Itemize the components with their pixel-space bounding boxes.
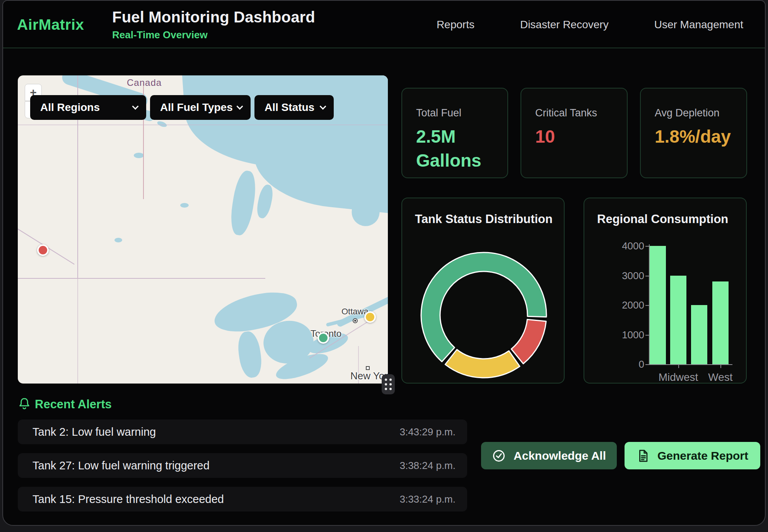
map-label-canada: Canada — [127, 77, 162, 88]
x-tick — [720, 365, 721, 368]
stat-value: 2.5M Gallons — [416, 124, 493, 172]
tank-status-card: Tank Status Distribution — [401, 198, 565, 384]
dashboard-window: AirMatrix Fuel Monitoring Dashboard Real… — [2, 0, 766, 526]
james-bay — [351, 148, 384, 227]
alert-timestamp: 3:33:24 p.m. — [399, 493, 456, 505]
small-lake-2 — [180, 203, 189, 208]
bar-region-1[interactable] — [650, 246, 666, 364]
y-tick-label: 2000 — [598, 299, 644, 311]
page-subtitle: Real-Time Overview — [112, 29, 315, 41]
generate-report-label: Generate Report — [657, 449, 748, 462]
acknowledge-all-label: Acknowledge All — [514, 449, 606, 462]
tank-status-title: Tank Status Distribution — [415, 212, 553, 226]
chevron-down-icon — [132, 103, 139, 110]
brand-logo: AirMatrix — [17, 16, 84, 33]
alert-row[interactable]: Tank 2: Low fuel warning3:43:29 p.m. — [18, 419, 467, 444]
alert-message: Tank 27: Low fuel warning triggered — [32, 459, 210, 472]
stat-card-critical-tanks: Critical Tanks10 — [521, 88, 628, 178]
bar-region-4[interactable] — [712, 281, 729, 364]
check-circle-icon — [492, 449, 506, 463]
map-canvas[interactable]: Canada Ottawa Toronto New York + − All R… — [18, 75, 388, 384]
header: AirMatrix Fuel Monitoring Dashboard Real… — [3, 1, 765, 48]
main-nav: ReportsDisaster RecoveryUser Management — [437, 1, 743, 48]
x-tick — [678, 365, 679, 368]
chevron-down-icon — [320, 103, 326, 110]
nav-item-disaster-recovery[interactable]: Disaster Recovery — [520, 19, 609, 31]
y-tick-label: 0 — [598, 358, 644, 370]
stat-card-avg-depletion: Avg Depletion1.8%/day — [640, 88, 747, 178]
y-tick — [645, 276, 649, 276]
regional-consumption-bar-chart[interactable]: 01000200030004000MidwestWest — [584, 198, 747, 384]
border-60th-parallel — [18, 124, 388, 125]
lake-manitoba — [255, 183, 275, 219]
chevron-down-icon — [237, 103, 243, 110]
stat-value: 1.8%/day — [655, 124, 732, 148]
stat-label: Total Fuel — [416, 107, 507, 119]
donut-segment-critical[interactable] — [511, 319, 546, 364]
filter-dropdown-all-fuel-types[interactable]: All Fuel Types — [150, 95, 251, 120]
donut-segment-warning[interactable] — [445, 350, 520, 378]
nav-item-user-management[interactable]: User Management — [654, 19, 743, 31]
tank-marker-critical[interactable] — [37, 244, 49, 256]
filter-dropdown-all-regions[interactable]: All Regions — [30, 95, 146, 120]
bar-region-3[interactable] — [691, 305, 707, 364]
y-tick — [645, 364, 649, 365]
regional-consumption-card: Regional Consumption 01000200030004000Mi… — [584, 198, 747, 384]
tank-marker-normal[interactable] — [317, 332, 329, 344]
recent-alerts-title: Recent Alerts — [35, 397, 112, 411]
small-lake-3 — [114, 238, 122, 242]
filter-dropdown-all-status[interactable]: All Status — [254, 95, 334, 120]
small-lake-1 — [134, 153, 144, 158]
newyork-town-square — [366, 366, 370, 370]
report-document-icon — [637, 449, 650, 462]
y-tick-label: 3000 — [598, 270, 644, 282]
screen: AirMatrix Fuel Monitoring Dashboard Real… — [0, 0, 768, 532]
x-axis — [649, 364, 732, 365]
alert-row[interactable]: Tank 15: Pressure threshold exceeded3:33… — [18, 487, 467, 512]
y-tick-label: 4000 — [598, 240, 644, 252]
filter-label: All Status — [265, 101, 314, 114]
y-tick — [645, 246, 649, 247]
map-resize-grip[interactable] — [382, 374, 395, 394]
filter-label: All Regions — [40, 101, 100, 114]
nav-item-reports[interactable]: Reports — [437, 19, 474, 31]
ottawa-town-dot — [353, 318, 358, 323]
alert-row[interactable]: Tank 27: Low fuel warning triggered3:38:… — [18, 453, 467, 478]
small-lake-4 — [157, 120, 168, 128]
y-tick — [645, 335, 649, 336]
y-tick — [645, 305, 649, 306]
border-state-1 — [77, 278, 78, 384]
alert-timestamp: 3:43:29 p.m. — [399, 426, 456, 438]
y-tick-label: 1000 — [598, 329, 644, 341]
alert-timestamp: 3:38:24 p.m. — [399, 460, 456, 472]
stat-card-total-fuel: Total Fuel2.5M Gallons — [401, 88, 508, 178]
page-title: Fuel Monitoring Dashboard — [112, 9, 315, 26]
bar-region-2[interactable] — [670, 276, 686, 365]
generate-report-button[interactable]: Generate Report — [625, 442, 760, 469]
lake-winnipeg — [228, 169, 259, 237]
title-block: Fuel Monitoring Dashboard Real-Time Over… — [112, 9, 315, 41]
stat-label: Critical Tanks — [535, 107, 627, 119]
lake-michigan — [236, 330, 264, 379]
alert-message: Tank 15: Pressure threshold exceeded — [32, 493, 224, 506]
bell-icon — [18, 397, 31, 411]
acknowledge-all-button[interactable]: Acknowledge All — [481, 442, 617, 469]
x-tick-label-west: West — [693, 371, 747, 384]
stat-label: Avg Depletion — [655, 107, 746, 119]
border-us-49th — [18, 278, 265, 279]
stat-value: 10 — [535, 124, 613, 148]
alert-message: Tank 2: Low fuel warning — [32, 426, 156, 438]
filter-label: All Fuel Types — [160, 101, 233, 114]
tank-marker-warning[interactable] — [364, 311, 376, 323]
